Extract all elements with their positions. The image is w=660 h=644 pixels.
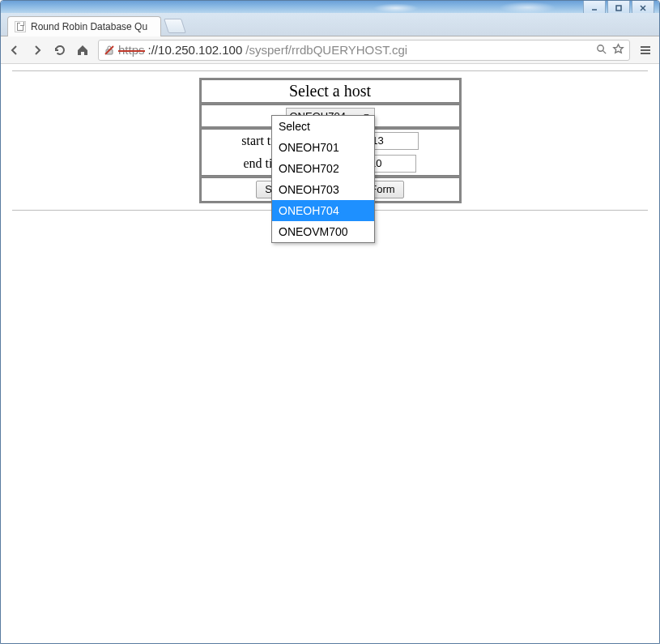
window-titlebar	[1, 1, 659, 13]
page-content: Select a host ONEOH704 ▼ start time: 02/…	[1, 64, 659, 643]
zoom-icon[interactable]	[595, 43, 607, 58]
host-option[interactable]: ONEOH701	[272, 137, 374, 158]
browser-tab[interactable]: Round Robin Database Qu	[7, 16, 161, 36]
svg-marker-8	[614, 44, 623, 52]
url-path: /sysperf/rrdbQUERYHOST.cgi	[245, 43, 407, 57]
host-option[interactable]: Select	[272, 116, 374, 137]
host-option[interactable]: ONEOH703	[272, 179, 374, 200]
page-favicon-icon	[15, 21, 26, 32]
divider	[12, 70, 648, 71]
home-button[interactable]	[75, 43, 90, 58]
svg-line-3	[641, 6, 645, 11]
host-option[interactable]: ONEOVM700	[272, 221, 374, 242]
url-host: ://10.250.102.100	[148, 43, 243, 57]
form-title: Select a host	[201, 79, 460, 103]
svg-line-2	[641, 6, 645, 11]
browser-toolbar: https ://10.250.102.100 /sysperf/rrdbQUE…	[1, 36, 659, 64]
host-option[interactable]: ONEOH702	[272, 158, 374, 179]
svg-point-6	[598, 45, 604, 51]
host-select-dropdown: Select ONEOH701 ONEOH702 ONEOH703 ONEOH7…	[271, 115, 375, 243]
svg-line-7	[603, 50, 606, 53]
reload-button[interactable]	[53, 43, 67, 58]
forward-button[interactable]	[30, 43, 45, 58]
tab-strip: Round Robin Database Qu	[1, 13, 659, 36]
ssl-warning-icon	[104, 45, 115, 56]
browser-window: Round Robin Database Qu https	[0, 0, 660, 644]
address-bar[interactable]: https ://10.250.102.100 /sysperf/rrdbQUE…	[98, 40, 630, 61]
url-scheme: https	[118, 43, 145, 57]
svg-rect-1	[616, 6, 621, 11]
new-tab-button[interactable]	[164, 19, 186, 33]
back-button[interactable]	[7, 43, 22, 58]
bookmark-star-icon[interactable]	[612, 43, 624, 58]
host-option-selected[interactable]: ONEOH704	[272, 200, 374, 221]
tab-title: Round Robin Database Qu	[31, 21, 154, 32]
menu-button[interactable]	[638, 43, 653, 58]
